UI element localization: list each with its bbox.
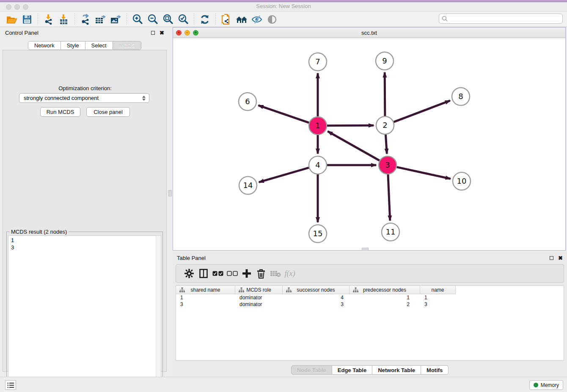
tab-network[interactable]: Network [28, 41, 61, 50]
trash-icon [257, 269, 265, 279]
import-table-icon [58, 14, 69, 25]
cell-mcds-role: dominator [235, 301, 283, 308]
main-toolbar [0, 11, 567, 27]
export-network-icon [80, 14, 91, 25]
graph-edge-3-1[interactable] [328, 131, 380, 160]
save-session-button[interactable] [21, 13, 33, 26]
task-history-button[interactable] [5, 380, 16, 390]
table-settings-button[interactable] [182, 267, 196, 280]
export-network-button[interactable] [79, 13, 92, 26]
cell-successor-nodes: 3 [283, 301, 350, 308]
add-column-button[interactable] [239, 267, 254, 280]
tab-motifs[interactable]: Motifs [421, 365, 449, 375]
vertical-splitter-handle[interactable] [168, 190, 172, 196]
export-table-button[interactable] [94, 13, 107, 26]
toolbar-separator [74, 14, 75, 25]
search-input[interactable] [439, 14, 563, 24]
cell-name: 3 [420, 301, 456, 308]
zoom-selected-button[interactable] [177, 13, 190, 26]
zoom-in-button[interactable] [131, 13, 144, 26]
graph-node-label-15: 15 [313, 229, 323, 238]
cell-predecessor-nodes: 1 [350, 294, 420, 301]
column-label: shared name [190, 287, 220, 293]
table-panel-tabs: Node Table Edge Table Network Table Moti… [173, 365, 567, 375]
graph-edge-3-10[interactable] [396, 167, 450, 179]
control-panel-title: Control Panel [5, 30, 39, 36]
cell-shared-name: 1 [176, 294, 235, 301]
select-stepper-icon [141, 95, 146, 102]
column-header-predecessor-nodes[interactable]: predecessor nodes [350, 286, 420, 294]
column-header-mcds-role[interactable]: MCDS role [235, 286, 283, 294]
column-type-icon [179, 287, 185, 293]
graph-node-label-7: 7 [315, 57, 320, 66]
graph-node-label-8: 8 [458, 92, 463, 101]
zoom-out-button[interactable] [146, 13, 159, 26]
table-row[interactable]: 3 dominator 3 2 3 [176, 301, 564, 308]
close-panel-icon[interactable]: ✖ [160, 30, 164, 36]
network-window-titlebar[interactable]: scc.txt × − + [173, 28, 565, 38]
tab-style[interactable]: Style [61, 41, 85, 50]
table-panel: Table Panel ✖ f(x) [173, 252, 567, 376]
table-toolbar: f(x) [176, 264, 564, 283]
show-column-panel-button[interactable] [196, 267, 211, 280]
graph-edge-4-14[interactable] [259, 168, 309, 182]
import-network-button[interactable] [42, 13, 55, 26]
graph-node-label-2: 2 [383, 121, 387, 130]
memory-button[interactable]: Memory [529, 380, 563, 390]
select-all-rows-button[interactable] [211, 267, 225, 280]
open-folder-icon [6, 15, 17, 24]
tab-node-table[interactable]: Node Table [291, 365, 332, 375]
tab-edge-table[interactable]: Edge Table [332, 365, 372, 375]
network-window-title: scc.txt [173, 30, 565, 36]
search-field-wrap [439, 14, 563, 24]
graph-edge-3-11[interactable] [388, 174, 390, 221]
graph-edge-2-3[interactable] [385, 135, 387, 154]
delete-column-button[interactable] [254, 267, 268, 280]
toolbar-separator [215, 14, 216, 25]
close-table-panel-icon[interactable]: ✖ [558, 255, 563, 261]
clone-network-button[interactable] [220, 13, 233, 26]
run-mcds-button[interactable]: Run MCDS [40, 107, 80, 117]
column-type-icon [286, 287, 292, 293]
search-icon [442, 16, 448, 22]
network-graph-canvas[interactable]: 7968124314101511 [173, 38, 565, 250]
app-title: Session: New Session [0, 3, 567, 9]
graph-edge-1-2[interactable] [327, 125, 374, 126]
mcds-result-line: 1 [11, 237, 161, 244]
tab-select[interactable]: Select [85, 41, 113, 50]
home-view-button[interactable] [235, 13, 248, 26]
column-header-name[interactable]: name [420, 286, 456, 294]
function-builder-button-disabled: f(x) [283, 267, 297, 280]
column-header-shared-name[interactable]: shared name [176, 286, 235, 294]
close-panel-button[interactable]: Close panel [86, 107, 130, 117]
memory-label: Memory [541, 382, 559, 388]
toggle-bird-view-button[interactable] [250, 13, 263, 26]
tab-mcds[interactable]: MCDS [113, 41, 141, 50]
mcds-result-text[interactable]: 1 3 [8, 235, 161, 390]
node-table: shared name MCDS role successor nodes pr… [176, 285, 564, 361]
graph-edge-2-9[interactable] [385, 72, 385, 116]
deselect-all-rows-button[interactable] [225, 267, 239, 280]
float-panel-icon[interactable] [151, 31, 155, 35]
zoom-fit-button[interactable] [162, 13, 174, 26]
eye-disabled-icon [267, 14, 277, 25]
cell-successor-nodes: 4 [283, 294, 350, 301]
horizontal-splitter-handle[interactable] [362, 248, 369, 251]
cell-mcds-role: dominator [235, 294, 283, 301]
show-hide-panels-button[interactable] [266, 13, 278, 26]
graph-node-label-9: 9 [382, 56, 387, 65]
tab-network-table[interactable]: Network Table [372, 365, 421, 375]
open-session-button[interactable] [6, 13, 18, 26]
column-type-icon [239, 287, 244, 293]
graph-edge-1-6[interactable] [259, 105, 309, 123]
mcds-result-title: MCDS result (2 nodes) [9, 229, 69, 235]
float-table-panel-icon[interactable] [550, 256, 553, 260]
import-table-button[interactable] [58, 13, 70, 26]
export-image-button[interactable] [110, 13, 122, 26]
graph-edge-2-8[interactable] [394, 101, 450, 122]
table-row[interactable]: 1 dominator 4 1 1 [176, 294, 564, 301]
column-header-successor-nodes[interactable]: successor nodes [283, 286, 350, 294]
criterion-select[interactable]: strongly connected component [19, 93, 149, 103]
result-scrollbar[interactable] [156, 236, 161, 389]
refresh-button[interactable] [198, 13, 211, 26]
